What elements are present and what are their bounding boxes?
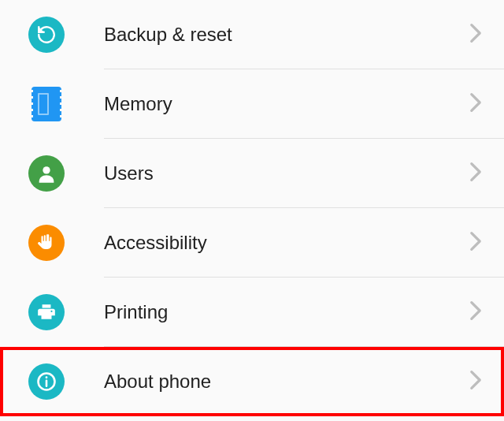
chevron-right-icon xyxy=(469,92,482,116)
settings-item-label: Memory xyxy=(104,93,469,115)
settings-item-backup-reset[interactable]: Backup & reset xyxy=(0,0,504,69)
chevron-right-icon xyxy=(469,231,482,255)
hand-icon xyxy=(28,225,65,261)
chevron-right-icon xyxy=(469,23,482,47)
settings-item-users[interactable]: Users xyxy=(0,139,504,208)
memory-icon xyxy=(32,87,61,121)
chevron-right-icon xyxy=(469,162,482,185)
settings-item-printing[interactable]: Printing xyxy=(0,278,504,347)
settings-item-about-phone[interactable]: About phone xyxy=(0,347,504,416)
settings-item-label: Printing xyxy=(104,301,469,323)
svg-point-4 xyxy=(46,376,48,378)
settings-item-label: Accessibility xyxy=(104,232,469,254)
chevron-right-icon xyxy=(469,300,482,324)
settings-item-memory[interactable]: Memory xyxy=(0,69,504,139)
svg-point-1 xyxy=(50,311,52,312)
print-icon xyxy=(28,294,65,330)
user-icon xyxy=(28,155,65,192)
svg-point-0 xyxy=(43,166,50,173)
info-icon xyxy=(28,363,65,400)
chevron-right-icon xyxy=(469,370,482,393)
refresh-icon xyxy=(28,17,65,53)
settings-item-label: Users xyxy=(104,162,469,184)
settings-item-label: About phone xyxy=(104,371,469,393)
settings-list: Backup & reset Memory xyxy=(0,0,504,416)
settings-item-label: Backup & reset xyxy=(104,24,469,46)
settings-item-accessibility[interactable]: Accessibility xyxy=(0,208,504,278)
